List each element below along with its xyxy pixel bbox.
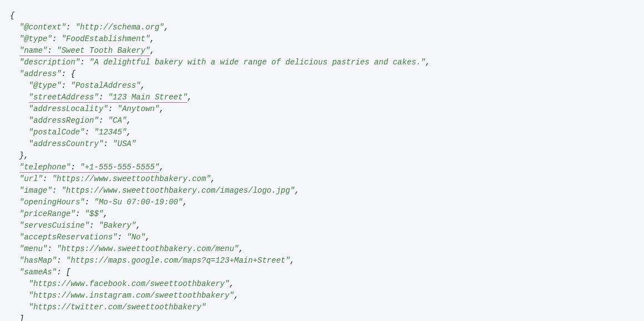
comma: , (159, 163, 164, 172)
code-line: "image": "https://www.sweettoothbakery.c… (10, 185, 634, 197)
colon: : (57, 268, 66, 277)
colon: : (117, 233, 127, 242)
code-line: "url": "https://www.sweettoothbakery.com… (10, 173, 634, 185)
json-key: "hasMap" (19, 256, 57, 265)
comma: , (211, 174, 215, 183)
code-line: "address": { (10, 68, 634, 80)
json-key: "name" (19, 46, 47, 56)
code-line: "@context": "http://schema.org", (10, 22, 634, 33)
comma: , (426, 58, 430, 67)
colon: : (61, 81, 71, 90)
comma: , (239, 244, 243, 253)
json-value: "Anytown" (117, 104, 159, 113)
colon: : (99, 116, 108, 125)
colon: : (43, 174, 52, 183)
json-value: "A delightful bakery with a wide range o… (89, 58, 426, 67)
comma: , (150, 34, 154, 43)
comma: , (141, 81, 145, 90)
json-key: "@context" (19, 23, 66, 32)
code-line: }, (10, 150, 634, 162)
colon: : (71, 163, 80, 173)
code-line: "sameAs": [ (10, 267, 634, 278)
json-value: "http://schema.org" (76, 23, 164, 32)
open-brace: { (71, 69, 75, 78)
colon: : (108, 104, 117, 113)
colon: : (84, 198, 94, 207)
code-line: "telephone": "+1-555-555-5555", (10, 162, 634, 173)
code-line: "name": "Sweet Tooth Bakery", (10, 45, 634, 57)
code-line: "addressRegion": "CA", (10, 115, 634, 127)
code-line: "https://www.instagram.com/sweettoothbak… (10, 290, 634, 302)
comma: , (229, 279, 234, 288)
json-key: "servesCuisine" (19, 221, 89, 230)
json-key: "url" (19, 174, 43, 183)
comma: , (290, 256, 294, 265)
colon: : (47, 46, 57, 56)
json-key: "addressCountry" (29, 139, 103, 148)
code-line: "menu": "https://www.sweettoothbakery.co… (10, 243, 634, 255)
json-key: "priceRange" (19, 209, 76, 218)
json-key: "telephone" (19, 163, 71, 173)
string-value: "https://twitter.com/sweettoothbakery" (29, 303, 206, 312)
json-key: "acceptsReservations" (19, 233, 117, 242)
json-key: "postalCode" (29, 128, 85, 137)
string-value: "https://www.facebook.com/sweettoothbake… (29, 279, 229, 288)
colon: : (52, 186, 62, 195)
json-key: "openingHours" (19, 198, 85, 207)
colon: : (84, 128, 94, 137)
json-key: "streetAddress" (29, 93, 99, 103)
json-value: "https://maps.google.com/maps?q=123+Main… (66, 256, 290, 265)
colon: : (80, 58, 89, 67)
json-value: "PostalAddress" (71, 81, 141, 90)
code-line: "@type": "FoodEstablishment", (10, 33, 634, 45)
comma: , (295, 186, 299, 195)
code-line: "@type": "PostalAddress", (10, 80, 634, 92)
colon: : (76, 209, 85, 218)
code-line: "servesCuisine": "Bakery", (10, 220, 634, 232)
comma: , (127, 116, 131, 125)
colon: : (61, 69, 71, 78)
comma: , (234, 291, 238, 300)
colon: : (99, 93, 108, 103)
json-key: "image" (19, 186, 52, 195)
code-line: "streetAddress": "123 Main Street", (10, 92, 634, 103)
code-line: "openingHours": "Mo-Su 07:00-19:00", (10, 197, 634, 208)
code-line: { (10, 10, 634, 22)
code-line: "acceptsReservations": "No", (10, 232, 634, 243)
json-value: "Sweet Tooth Bakery" (57, 46, 150, 56)
json-value: "Bakery" (99, 221, 136, 230)
colon: : (47, 244, 57, 253)
json-value: "https://www.sweettoothbakery.com/images… (61, 186, 294, 195)
json-key: "addressLocality" (29, 104, 108, 113)
json-key: "@type" (29, 81, 62, 90)
json-value: "CA" (108, 116, 127, 125)
json-key: "@type" (19, 34, 52, 43)
code-line: "description": "A delightful bakery with… (10, 57, 634, 68)
brace-token: }, (19, 151, 29, 160)
comma: , (103, 209, 108, 218)
json-value: "123 Main Street" (108, 93, 187, 103)
comma: , (187, 93, 192, 102)
string-value: "https://www.instagram.com/sweettoothbak… (29, 291, 234, 300)
colon: : (66, 23, 76, 32)
brace-token: { (10, 11, 14, 20)
json-value: "Mo-Su 07:00-19:00" (94, 198, 183, 207)
code-line: "https://twitter.com/sweettoothbakery" (10, 302, 634, 313)
json-key: "menu" (19, 244, 47, 253)
json-value: "https://www.sweettoothbakery.com/menu" (57, 244, 239, 253)
json-value: "FoodEstablishment" (61, 34, 150, 43)
comma: , (183, 198, 187, 207)
colon: : (57, 256, 66, 265)
comma: , (159, 104, 164, 113)
json-key: "sameAs" (19, 268, 57, 277)
comma: , (150, 46, 154, 55)
comma: , (127, 128, 131, 137)
json-key: "address" (19, 69, 62, 78)
code-line: "postalCode": "12345", (10, 127, 634, 138)
code-line: ] (10, 313, 634, 321)
comma: , (136, 221, 141, 230)
json-value: "$$" (84, 209, 103, 218)
comma: , (146, 233, 150, 242)
code-line: "priceRange": "$$", (10, 208, 634, 220)
code-line: "hasMap": "https://maps.google.com/maps?… (10, 255, 634, 267)
